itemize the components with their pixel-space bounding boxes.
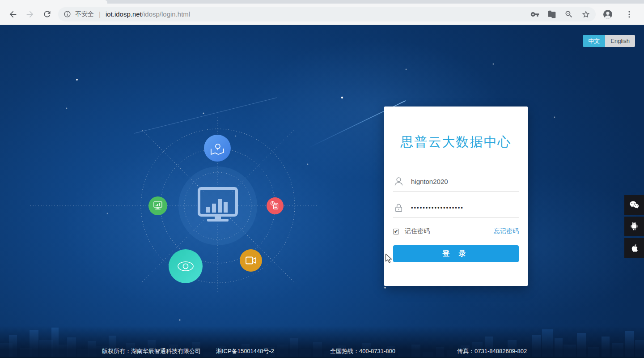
report-clock-icon: [271, 202, 278, 209]
forgot-password-link[interactable]: 忘记密码: [494, 227, 519, 235]
remember-label: 记住密码: [405, 227, 430, 235]
translate-icon: [547, 10, 556, 19]
lang-english-button[interactable]: English: [605, 35, 635, 47]
wechat-button[interactable]: [624, 195, 644, 215]
footer-hotline: 全国热线：400-8731-800: [330, 347, 395, 355]
lang-chinese-button[interactable]: 中文: [583, 35, 605, 47]
forward-arrow-icon: [25, 9, 35, 19]
url-host: iot.idosp.net: [106, 10, 142, 18]
user-icon: [393, 176, 404, 187]
page-title: 思普云大数据中心: [384, 133, 528, 151]
password-key-button[interactable]: [530, 10, 539, 19]
active-tab[interactable]: [0, 0, 107, 4]
video-camera-icon: [246, 257, 256, 264]
dashboard-monitor-icon: [199, 188, 237, 222]
monitor-chart-icon: [154, 202, 162, 209]
star-icon: [581, 10, 590, 19]
reload-icon: [42, 9, 52, 19]
android-icon: [629, 221, 640, 232]
zoom-button[interactable]: [564, 10, 573, 19]
footer-icp: 湘ICP备15001448号-2: [216, 347, 274, 355]
back-button[interactable]: [4, 6, 21, 23]
avatar-icon: [602, 9, 613, 20]
three-dot-menu-icon: [625, 10, 634, 19]
light-streak: [134, 98, 277, 133]
password-field-row: [393, 198, 519, 218]
apple-icon: [629, 243, 640, 253]
monitoring-eye-bubble[interactable]: [169, 249, 203, 283]
language-toggle: 中文 English: [583, 35, 635, 47]
back-arrow-icon: [8, 9, 18, 19]
report-bubble[interactable]: [267, 197, 284, 214]
forward-button[interactable]: [21, 6, 38, 23]
login-button[interactable]: 登 录: [393, 245, 519, 262]
login-page: 中文 English 思普云大数据中心 ✔ 记住密码: [0, 26, 644, 358]
footer-copyright: 版权所有：湖南华辰智通科技有限公司: [102, 347, 201, 355]
footer: 版权所有：湖南华辰智通科技有限公司 湘ICP备15001448号-2 全国热线：…: [0, 347, 644, 355]
tab-strip: [0, 0, 644, 4]
eye-icon: [178, 262, 193, 271]
reload-button[interactable]: [38, 6, 55, 23]
center-glow: [178, 166, 257, 245]
url-path: /idosp/login.html: [142, 10, 190, 18]
translate-button[interactable]: [547, 10, 556, 19]
remember-checkbox[interactable]: ✔: [393, 229, 399, 234]
address-bar[interactable]: 不安全 | iot.idosp.net/idosp/login.html: [58, 7, 596, 21]
username-input[interactable]: [410, 177, 519, 186]
url-separator: |: [99, 10, 101, 18]
map-pin-icon: [211, 144, 224, 154]
video-bubble[interactable]: [240, 249, 262, 272]
ios-app-button[interactable]: [624, 238, 644, 258]
map-pin-bubble[interactable]: [204, 135, 231, 162]
login-card: 思普云大数据中心 ✔ 记住密码 忘记密码 登 录: [384, 107, 528, 286]
key-icon: [530, 10, 539, 19]
menu-button[interactable]: [621, 6, 638, 23]
device-monitor-bubble[interactable]: [148, 196, 167, 215]
browser-chrome: 不安全 | iot.idosp.net/idosp/login.html: [0, 0, 644, 26]
profile-button[interactable]: [599, 6, 616, 23]
remember-row: ✔ 记住密码 忘记密码: [393, 226, 519, 237]
bookmark-button[interactable]: [581, 10, 590, 19]
info-icon[interactable]: [64, 10, 71, 18]
browser-toolbar: 不安全 | iot.idosp.net/idosp/login.html: [0, 4, 644, 25]
lock-icon: [393, 202, 404, 213]
password-input[interactable]: [410, 204, 519, 212]
bg-glow: [63, 142, 349, 312]
orbit-graphic: [0, 26, 644, 358]
wechat-icon: [628, 199, 640, 211]
side-app-bar: [624, 195, 644, 258]
footer-fax: 传真：0731-84882609-802: [457, 347, 527, 355]
username-field-row: [393, 172, 519, 192]
screen: 不安全 | iot.idosp.net/idosp/login.html: [0, 0, 644, 358]
android-app-button[interactable]: [624, 217, 644, 236]
zoom-out-icon: [564, 10, 573, 19]
security-label: 不安全: [75, 10, 94, 18]
orbit-rings: [29, 115, 318, 293]
